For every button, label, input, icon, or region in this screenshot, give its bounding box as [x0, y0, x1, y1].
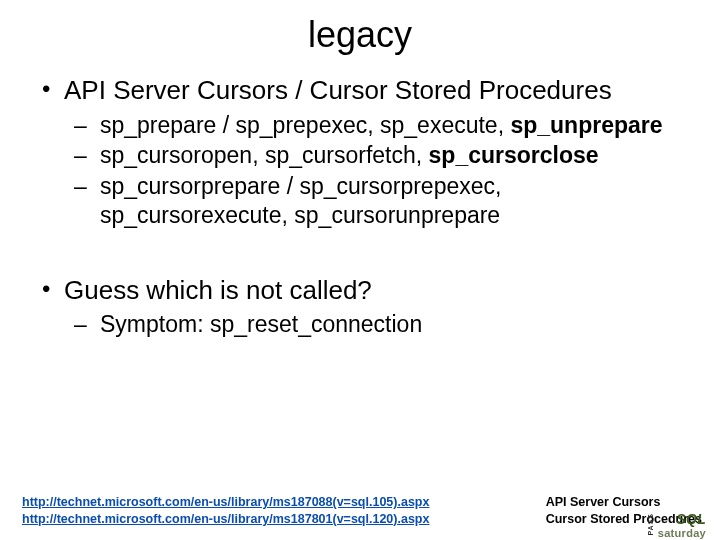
sub-2-1: Symptom: sp_reset_connection: [64, 310, 684, 339]
footer: http://technet.microsoft.com/en-us/libra…: [22, 494, 702, 528]
saturday-text: saturday: [658, 527, 706, 539]
slide-title: legacy: [0, 14, 720, 56]
footer-links: http://technet.microsoft.com/en-us/libra…: [22, 494, 429, 528]
sub-1-2-text: sp_cursoropen, sp_cursorfetch,: [100, 142, 429, 168]
right-line-1: API Server Cursors: [546, 494, 702, 511]
spacer: [36, 234, 684, 274]
bullet-1: API Server Cursors / Cursor Stored Proce…: [36, 74, 684, 230]
bullet-2: Guess which is not called? Symptom: sp_r…: [36, 274, 684, 339]
bullet-list: API Server Cursors / Cursor Stored Proce…: [36, 74, 684, 230]
sub-2-1-text: Symptom: sp_reset_connection: [100, 311, 422, 337]
link-1[interactable]: http://technet.microsoft.com/en-us/libra…: [22, 494, 429, 511]
sub-1-1-bold: sp_unprepare: [510, 112, 662, 138]
bullet-2-sublist: Symptom: sp_reset_connection: [64, 310, 684, 339]
sql-logo-text: SQL: [676, 511, 706, 527]
slide: legacy API Server Cursors / Cursor Store…: [0, 14, 720, 540]
link-2[interactable]: http://technet.microsoft.com/en-us/libra…: [22, 511, 429, 528]
bullet-1-sublist: sp_prepare / sp_prepexec, sp_execute, sp…: [64, 111, 684, 230]
bullet-1-label: API Server Cursors / Cursor Stored Proce…: [64, 75, 612, 105]
sub-1-2: sp_cursoropen, sp_cursorfetch, sp_cursor…: [64, 141, 684, 170]
event-logo: PASS SQL saturday #317 | OSLO 2014: [643, 511, 706, 540]
pass-text: PASS: [647, 513, 654, 536]
slide-body: API Server Cursors / Cursor Stored Proce…: [0, 74, 720, 339]
logo-main: PASS SQL saturday: [643, 511, 706, 539]
sub-1-2-bold: sp_cursorclose: [429, 142, 599, 168]
bullet-2-label: Guess which is not called?: [64, 275, 372, 305]
sub-1-1-text: sp_prepare / sp_prepexec, sp_execute,: [100, 112, 510, 138]
bullet-list-2: Guess which is not called? Symptom: sp_r…: [36, 274, 684, 339]
sub-1-3: sp_cursorprepare / sp_cursorprepexec, sp…: [64, 172, 684, 230]
sub-1-3-text: sp_cursorprepare / sp_cursorprepexec, sp…: [100, 173, 501, 228]
sub-1-1: sp_prepare / sp_prepexec, sp_execute, sp…: [64, 111, 684, 140]
